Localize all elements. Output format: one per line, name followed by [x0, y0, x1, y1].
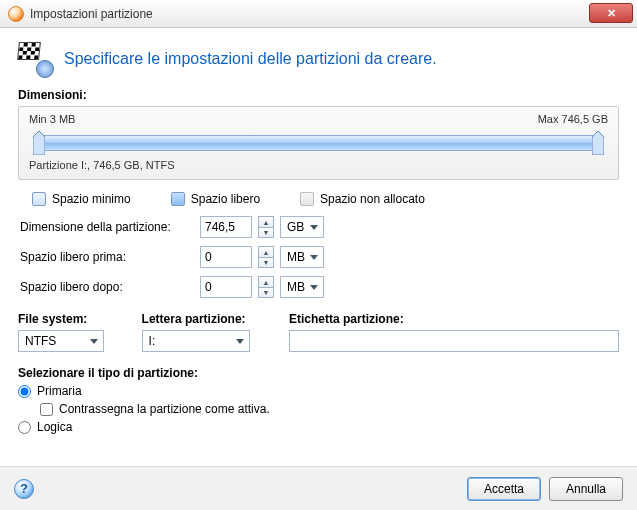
app-icon	[8, 6, 24, 22]
filesystem-select[interactable]: NTFS	[18, 330, 104, 352]
partition-size-unit-value: GB	[287, 220, 304, 234]
drive-letter-select[interactable]: I:	[142, 330, 250, 352]
size-panel: Min 3 MB Max 746,5 GB Partizione I:, 746…	[18, 106, 619, 180]
checkbox-active-input[interactable]	[40, 403, 53, 416]
swatch-free-icon	[171, 192, 185, 206]
volume-label-label: Etichetta partizione:	[289, 312, 619, 326]
legend-free-label: Spazio libero	[191, 192, 260, 206]
svg-marker-1	[592, 131, 604, 155]
help-icon[interactable]: ?	[14, 479, 34, 499]
radio-primary-input[interactable]	[18, 385, 31, 398]
free-before-input[interactable]	[200, 246, 252, 268]
cancel-button[interactable]: Annulla	[549, 477, 623, 501]
slider-caption: Partizione I:, 746,5 GB, NTFS	[29, 159, 608, 171]
legend-min: Spazio minimo	[32, 192, 131, 206]
slider-thumb-left[interactable]	[33, 131, 45, 155]
close-button[interactable]: ✕	[589, 3, 633, 23]
partition-size-step-down[interactable]: ▼	[258, 227, 274, 238]
swatch-min-icon	[32, 192, 46, 206]
free-after-label: Spazio libero dopo:	[20, 280, 200, 294]
drive-letter-value: I:	[149, 334, 156, 348]
volume-label-input[interactable]	[289, 330, 619, 352]
free-before-unit-value: MB	[287, 250, 305, 264]
filesystem-value: NTFS	[25, 334, 56, 348]
legend-min-label: Spazio minimo	[52, 192, 131, 206]
legend-unalloc-label: Spazio non allocato	[320, 192, 425, 206]
free-before-label: Spazio libero prima:	[20, 250, 200, 264]
footer: ? Accetta Annulla	[0, 466, 637, 510]
radio-primary[interactable]: Primaria	[18, 384, 619, 398]
free-after-step-down[interactable]: ▼	[258, 287, 274, 298]
size-max-label: Max 746,5 GB	[538, 113, 608, 125]
free-before-step-down[interactable]: ▼	[258, 257, 274, 268]
checkbox-active[interactable]: Contrassegna la partizione come attiva.	[40, 402, 619, 416]
checkbox-active-label: Contrassegna la partizione come attiva.	[59, 402, 270, 416]
free-after-step-up[interactable]: ▲	[258, 276, 274, 287]
titlebar: Impostazioni partizione ✕	[0, 0, 637, 28]
svg-marker-0	[33, 131, 45, 155]
radio-logical-input[interactable]	[18, 421, 31, 434]
partition-size-unit-select[interactable]: GB	[280, 216, 324, 238]
page-heading: Specificare le impostazioni delle partiz…	[64, 50, 437, 68]
slider-track	[39, 135, 598, 151]
radio-logical[interactable]: Logica	[18, 420, 619, 434]
size-slider[interactable]	[29, 129, 608, 157]
wizard-icon	[18, 42, 52, 76]
radio-primary-label: Primaria	[37, 384, 82, 398]
size-legend: Spazio minimo Spazio libero Spazio non a…	[32, 192, 619, 206]
free-after-input[interactable]	[200, 276, 252, 298]
partition-size-step-up[interactable]: ▲	[258, 216, 274, 227]
window-title: Impostazioni partizione	[30, 7, 153, 21]
partition-size-label: Dimensione della partizione:	[20, 220, 200, 234]
size-section-label: Dimensioni:	[18, 88, 619, 102]
legend-free: Spazio libero	[171, 192, 260, 206]
partition-size-input[interactable]	[200, 216, 252, 238]
slider-thumb-right[interactable]	[592, 131, 604, 155]
swatch-unalloc-icon	[300, 192, 314, 206]
partition-type-label: Selezionare il tipo di partizione:	[18, 366, 619, 380]
free-before-unit-select[interactable]: MB	[280, 246, 324, 268]
free-after-unit-value: MB	[287, 280, 305, 294]
accept-button[interactable]: Accetta	[467, 477, 541, 501]
filesystem-label: File system:	[18, 312, 114, 326]
drive-letter-label: Lettera partizione:	[142, 312, 261, 326]
free-before-step-up[interactable]: ▲	[258, 246, 274, 257]
legend-unalloc: Spazio non allocato	[300, 192, 425, 206]
free-after-unit-select[interactable]: MB	[280, 276, 324, 298]
size-min-label: Min 3 MB	[29, 113, 75, 125]
radio-logical-label: Logica	[37, 420, 72, 434]
